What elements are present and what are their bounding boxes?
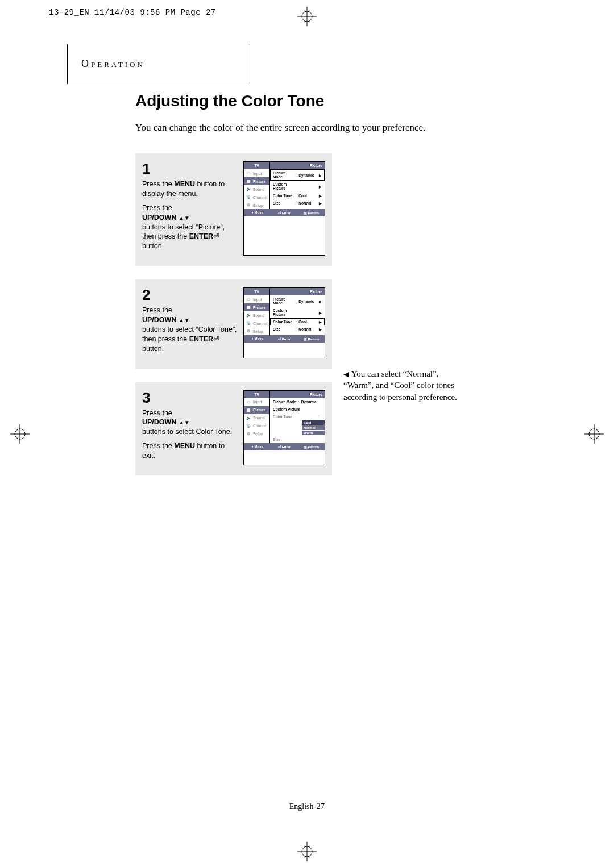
registration-mark-top <box>297 7 317 26</box>
registration-mark-right <box>584 424 604 444</box>
osd-sidebar: ▭Input ▦Picture 🔊Sound 📡Channel ⚙Setup <box>244 295 270 335</box>
t: Normal <box>298 327 317 331</box>
down-arrow-icon: ▼ <box>184 317 190 323</box>
page-title: Adjusting the Color Tone <box>135 92 533 110</box>
t: Dynamic <box>301 400 322 404</box>
enter-label: ENTER <box>189 335 213 343</box>
t: Color Tone <box>273 415 318 419</box>
t: Press the <box>142 409 172 417</box>
t: Press the <box>142 204 172 212</box>
osd-title: TV <box>244 391 270 398</box>
enter-icon: ⏎ <box>213 232 219 240</box>
t: Enter <box>282 337 291 341</box>
osd-row-size: Size <box>270 436 325 443</box>
t: Move <box>255 337 263 340</box>
t: Sound <box>253 187 264 191</box>
return-icon: ▥ <box>304 337 307 341</box>
t: Dynamic <box>298 299 317 303</box>
section-label: Operation <box>81 58 145 70</box>
right-arrow-icon: ▶ <box>317 299 322 303</box>
enter-label: ENTER <box>189 232 213 240</box>
up-arrow-icon: ▲ <box>179 419 184 425</box>
osd-side-setup: ⚙Setup <box>244 430 269 438</box>
osd-row-custom-picture: Custom Picture▶ <box>270 181 325 192</box>
t: Picture <box>253 408 265 412</box>
t: Sound <box>253 314 264 318</box>
down-arrow-icon: ▼ <box>184 419 190 425</box>
step-1-text: 1 Press the MENU button to display the m… <box>142 161 238 256</box>
footer-page-number: 27 <box>316 802 325 811</box>
page-content: Adjusting the Color Tone You can change … <box>135 92 533 489</box>
t: Setup <box>253 329 263 333</box>
right-arrow-icon: ▶ <box>317 320 322 324</box>
updown-label: UP/DOWN <box>142 316 176 324</box>
step-2: 2 Press the UP/DOWN ▲▼ buttons to select… <box>135 279 332 368</box>
setup-icon: ⚙ <box>246 432 251 436</box>
t: Setup <box>253 432 263 436</box>
t: Input <box>253 400 262 404</box>
t: Normal <box>298 201 317 205</box>
t: Press the <box>142 442 174 450</box>
print-job-header: 13-29_EN 11/14/03 9:56 PM Page 27 <box>49 8 216 17</box>
move-icon: ♦ <box>251 337 253 340</box>
footer-language: English- <box>289 802 316 811</box>
setup-icon: ⚙ <box>246 329 251 333</box>
side-note: ◀You can select “Normal”, “Warm”, and “C… <box>343 368 468 403</box>
osd-footer: ♦Move ⏎Enter ▥Return <box>244 443 325 450</box>
t: Picture Mode <box>273 400 298 404</box>
t: Input <box>253 172 262 176</box>
t: Sound <box>253 416 264 420</box>
channel-icon: 📡 <box>246 424 251 428</box>
channel-icon: 📡 <box>246 321 251 326</box>
osd-row-color-tone: Color Tone: <box>270 413 325 420</box>
t: Picture <box>253 180 265 183</box>
t: Enter <box>282 445 291 449</box>
osd-side-channel: 📡Channel <box>244 422 269 430</box>
note-text: You can select “Normal”, “Warm”, and “Co… <box>343 369 457 402</box>
right-arrow-icon: ▶ <box>317 194 322 198</box>
osd-side-sound: 🔊Sound <box>244 311 269 319</box>
osd-sidebar: ▭Input ▦Picture 🔊Sound 📡Channel ⚙Setup <box>244 169 270 209</box>
osd-row-size: Size:Normal▶ <box>270 199 325 207</box>
section-header-box: Operation <box>67 44 250 84</box>
t: Custom Picture <box>273 308 295 316</box>
osd-row-picture-mode: Picture Mode:Dynamic <box>270 398 325 406</box>
t: Channel <box>253 424 268 428</box>
move-icon: ♦ <box>251 211 253 214</box>
sound-icon: 🔊 <box>246 313 251 318</box>
t: Enter <box>282 211 291 215</box>
input-icon: ▭ <box>246 171 251 176</box>
osd-side-sound: 🔊Sound <box>244 185 269 193</box>
t: Cool <box>298 320 317 324</box>
right-arrow-icon: ▶ <box>317 201 322 205</box>
updown-label: UP/DOWN <box>142 214 176 222</box>
osd-row-picture-mode: Picture Mode:Dynamic▶ <box>270 169 325 181</box>
t: Picture Mode <box>273 297 295 305</box>
osd-option-cool: Cool <box>302 420 325 425</box>
t: Return <box>308 211 319 215</box>
menu-label: MENU <box>174 180 195 188</box>
osd-main: Picture Mode:Dynamic Custom Picture Colo… <box>270 398 325 443</box>
right-arrow-icon: ▶ <box>317 327 322 331</box>
registration-mark-bottom <box>297 842 317 861</box>
move-icon: ♦ <box>251 445 253 448</box>
intro-text: You can change the color of the entire s… <box>135 122 533 134</box>
step-2-text: 2 Press the UP/DOWN ▲▼ buttons to select… <box>142 287 238 358</box>
osd-side-input: ▭Input <box>244 295 269 303</box>
t: Setup <box>253 203 263 207</box>
enter-icon: ⏎ <box>213 335 219 343</box>
t: Size <box>273 327 295 331</box>
t: Color Tone <box>273 194 295 198</box>
step-1-number: 1 <box>142 161 238 176</box>
t: Return <box>308 337 319 341</box>
osd-title: TV <box>244 288 270 295</box>
t: buttons to select Color Tone. <box>142 428 232 436</box>
t: Dynamic <box>298 173 317 177</box>
osd-row-custom-picture: Custom Picture <box>270 406 325 413</box>
osd-side-picture: ▦Picture <box>244 406 269 414</box>
page-footer: English-27 <box>289 802 325 811</box>
right-arrow-icon: ▶ <box>317 311 322 315</box>
up-arrow-icon: ▲ <box>179 317 184 323</box>
osd-footer: ♦Move ⏎Enter ▥Return <box>244 335 325 343</box>
t: Size <box>273 201 295 205</box>
